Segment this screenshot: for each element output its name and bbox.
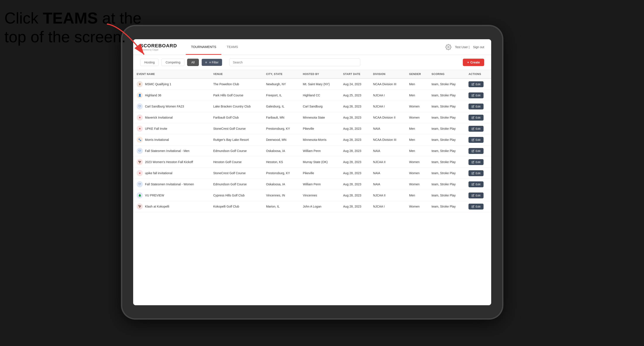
cell-gender-2: Women [406, 101, 428, 112]
search-input[interactable] [229, 58, 360, 66]
table-row: 🛡 Fall Statesmen Invitational - Women Ed… [133, 179, 491, 190]
sign-out-link[interactable]: Sign out [473, 45, 484, 49]
event-name-text-3: Maverick Invitational [145, 116, 173, 119]
edit-button-4[interactable]: Edit [468, 126, 483, 132]
edit-button-6[interactable]: Edit [468, 148, 483, 154]
edit-button-0[interactable]: Edit [468, 81, 483, 87]
edit-icon-2 [472, 105, 474, 108]
cell-venue-0: The Powelton Club [210, 78, 262, 90]
tab-tournaments[interactable]: TOURNAMENTS [186, 39, 222, 55]
edit-icon-11 [472, 205, 474, 208]
cell-scoring-2: team, Stroke Play [428, 101, 465, 112]
team-icon-11: 🦅 [137, 203, 143, 209]
cell-division-5: NCAA Division III [370, 134, 406, 146]
cell-gender-10: Men [406, 190, 428, 201]
cell-division-8: NAIA [370, 168, 406, 179]
edit-icon-1 [472, 94, 474, 97]
logo-text: SCOREBOARD [140, 43, 177, 49]
col-event-name: EVENT NAME [133, 70, 210, 78]
table-row: 🐾 Morris Invitational Ruttger's Bay Lake… [133, 134, 491, 146]
edit-icon-3 [472, 116, 474, 119]
logo-sub: Powered by Clippit [140, 49, 177, 51]
cell-start-date-7: Aug 28, 2023 [340, 157, 370, 168]
edit-button-11[interactable]: Edit [468, 204, 483, 209]
table-header: EVENT NAME VENUE CITY, STATE HOSTED BY S… [133, 70, 491, 78]
team-icon-10: 🌲 [137, 192, 143, 198]
cell-venue-5: Ruttger's Bay Lake Resort [210, 134, 262, 146]
cell-venue-11: Kokopelli Golf Club [210, 201, 262, 212]
cell-hosted-by-9: William Penn [299, 179, 340, 190]
edit-button-9[interactable]: Edit [468, 181, 483, 187]
app-header: SCOREBOARD Powered by Clippit TOURNAMENT… [133, 39, 491, 55]
gear-icon[interactable] [445, 44, 452, 50]
edit-icon-10 [472, 194, 474, 197]
cell-scoring-0: team, Stroke Play [428, 78, 465, 90]
table-row: 🛡 Carl Sandburg Women FA23 Lake Bracken … [133, 101, 491, 112]
tournaments-table-container: EVENT NAME VENUE CITY, STATE HOSTED BY S… [133, 70, 491, 305]
cell-event-name-8: ★ upike fall invitational [133, 168, 210, 179]
event-name-text-9: Fall Statesmen Invitational - Women [145, 182, 194, 186]
team-icon-5: 🐾 [137, 137, 143, 143]
team-icon-8: ★ [137, 170, 143, 176]
cell-scoring-10: team, Stroke Play [428, 190, 465, 201]
cell-gender-9: Women [406, 179, 428, 190]
cell-start-date-5: Aug 28, 2023 [340, 134, 370, 146]
cell-gender-1: Men [406, 90, 428, 101]
edit-button-2[interactable]: Edit [468, 104, 483, 109]
cell-city-11: Marion, IL [262, 201, 300, 212]
event-name-text-10: VU PREVIEW [145, 194, 164, 197]
table-header-row: EVENT NAME VENUE CITY, STATE HOSTED BY S… [133, 70, 491, 78]
cell-city-3: Faribault, MN [262, 112, 300, 123]
filter-icon: ≡ [205, 61, 207, 64]
all-filter-btn[interactable]: All [187, 59, 199, 66]
filter-btn[interactable]: ≡ ≡ Filter [202, 59, 222, 66]
cell-actions-1: Edit [465, 90, 491, 101]
cell-start-date-3: Aug 28, 2023 [340, 112, 370, 123]
create-button[interactable]: + Create [463, 59, 484, 66]
cell-gender-4: Men [406, 123, 428, 134]
cell-actions-0: Edit [465, 78, 491, 90]
team-icon-7: 🦅 [137, 159, 143, 165]
cell-start-date-9: Aug 28, 2023 [340, 179, 370, 190]
cell-start-date-4: Aug 28, 2023 [340, 123, 370, 134]
edit-button-7[interactable]: Edit [468, 159, 483, 165]
edit-button-5[interactable]: Edit [468, 137, 483, 143]
edit-button-10[interactable]: Edit [468, 192, 483, 198]
cell-hosted-by-6: William Penn [299, 146, 340, 157]
filter-label: ≡ Filter [209, 61, 218, 64]
cell-scoring-5: team, Stroke Play [428, 134, 465, 146]
cell-event-name-10: 🌲 VU PREVIEW [133, 190, 210, 201]
search-box [229, 58, 360, 66]
create-plus-icon: + [467, 61, 469, 64]
team-icon-9: 🛡 [137, 181, 143, 187]
tablet-screen: SCOREBOARD Powered by Clippit TOURNAMENT… [133, 39, 491, 305]
cell-venue-3: Faribault Golf Club [210, 112, 262, 123]
cell-event-name-0: ♛ MSMC Qualifying 1 [133, 78, 210, 90]
table-row: 👤 Highland 36 Park Hills Golf Course Fre… [133, 90, 491, 101]
edit-button-3[interactable]: Edit [468, 115, 483, 121]
edit-button-8[interactable]: Edit [468, 170, 483, 176]
instruction-line1: Click TEAMS at the [4, 9, 142, 27]
cell-hosted-by-0: Mt. Saint Mary (NY) [299, 78, 340, 90]
cell-event-name-3: ★ Maverick Invitational [133, 112, 210, 123]
competing-filter-btn[interactable]: Competing [161, 59, 184, 66]
hosting-filter-btn[interactable]: Hosting [140, 59, 159, 66]
tab-teams[interactable]: TEAMS [221, 39, 243, 55]
edit-button-1[interactable]: Edit [468, 92, 483, 98]
cell-actions-8: Edit [465, 168, 491, 179]
cell-hosted-by-10: Vincennes [299, 190, 340, 201]
col-start-date: START DATE [340, 70, 370, 78]
cell-start-date-10: Aug 28, 2023 [340, 190, 370, 201]
cell-start-date-1: Aug 25, 2023 [340, 90, 370, 101]
col-scoring: SCORING [428, 70, 465, 78]
event-name-text-4: UPKE Fall Invite [145, 127, 167, 130]
cell-division-4: NAIA [370, 123, 406, 134]
cell-start-date-8: Aug 28, 2023 [340, 168, 370, 179]
cell-actions-3: Edit [465, 112, 491, 123]
edit-icon-0 [472, 83, 474, 86]
nav-tabs: TOURNAMENTS TEAMS [186, 39, 243, 55]
cell-division-1: NJCAA I [370, 90, 406, 101]
svg-point-1 [448, 46, 449, 48]
cell-venue-9: Edmundson Golf Course [210, 179, 262, 190]
table-row: ★ Maverick Invitational Faribault Golf C… [133, 112, 491, 123]
